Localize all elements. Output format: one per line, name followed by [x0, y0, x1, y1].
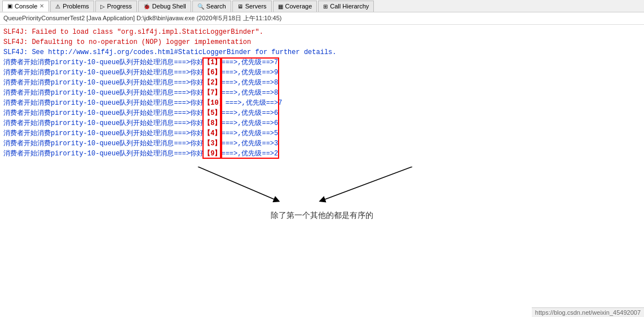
- consumer-line-6: 消费者开始消费pirority-10-queue队列开始处理消息===>你好【8…: [3, 118, 641, 128]
- consumer-line-2: 消费者开始消费pirority-10-queue队列开始处理消息===>你好【2…: [3, 78, 641, 88]
- consumer-line-0: 消费者开始消费pirority-10-queue队列开始处理消息===>你好【1…: [3, 57, 641, 68]
- svg-line-1: [322, 167, 412, 200]
- progress-icon: ▷: [100, 3, 105, 10]
- slf4j-line-2: SLF4J: Defaulting to no-operation (NOP) …: [3, 37, 641, 47]
- tab-problems-label: Problems: [63, 3, 89, 10]
- tab-servers-label: Servers: [245, 3, 267, 10]
- search-icon: 🔍: [197, 3, 204, 10]
- console-icon: ▣: [7, 3, 12, 9]
- console-area: SLF4J: Failed to load class "org.slf4j.i…: [0, 25, 644, 161]
- slf4j-line-3: SLF4J: See http://www.slf4j.org/codes.ht…: [3, 47, 641, 57]
- tab-bar: ▣ Console ✕ ⚠ Problems ▷ Progress 🐞 Debu…: [0, 0, 644, 12]
- problems-icon: ⚠: [55, 3, 60, 10]
- tab-hierarchy-label: Call Hierarchy: [330, 3, 369, 10]
- tab-search-label: Search: [206, 3, 226, 10]
- consumer-line-5: 消费者开始消费pirority-10-queue队列开始处理消息===>你好【5…: [3, 108, 641, 118]
- consumer-lines: 消费者开始消费pirority-10-queue队列开始处理消息===>你好【1…: [3, 57, 641, 159]
- consumer-line-8: 消费者开始消费pirority-10-queue队列开始处理消息===>你好【3…: [3, 139, 641, 149]
- consumer-line-9: 消费者开始消费pirority-10-queue队列开始处理消息===>你好【9…: [3, 149, 641, 159]
- consumer-line-4: 消费者开始消费pirority-10-queue队列开始处理消息===>你好【1…: [3, 98, 641, 108]
- annotation-arrows: [153, 167, 491, 206]
- consumer-line-1: 消费者开始消费pirority-10-queue队列开始处理消息===>你好【6…: [3, 68, 641, 78]
- tab-problems[interactable]: ⚠ Problems: [50, 1, 94, 12]
- hierarchy-icon: ⊞: [323, 3, 328, 10]
- tab-console-label: Console: [15, 3, 37, 10]
- slf4j-line-1: SLF4J: Failed to load class "org.slf4j.i…: [3, 27, 641, 37]
- tab-debug-shell[interactable]: 🐞 Debug Shell: [138, 1, 191, 12]
- tab-progress-label: Progress: [107, 3, 132, 10]
- consumer-line-3: 消费者开始消费pirority-10-queue队列开始处理消息===>你好【7…: [3, 88, 641, 98]
- app-title: QueuePriorityConsumerTest2 [Java Applica…: [3, 15, 281, 21]
- tab-console[interactable]: ▣ Console ✕: [2, 1, 49, 12]
- url-text: https://blog.csdn.net/weixin_45492007: [535, 309, 641, 316]
- consumer-line-7: 消费者开始消费pirority-10-queue队列开始处理消息===>你好【4…: [3, 128, 641, 139]
- coverage-icon: ▦: [278, 3, 283, 10]
- annotation-area: 除了第一个其他的都是有序的: [0, 167, 644, 223]
- tab-servers[interactable]: 🖥 Servers: [232, 1, 272, 12]
- tab-progress[interactable]: ▷ Progress: [95, 1, 137, 12]
- tab-coverage[interactable]: ▦ Coverage: [273, 1, 317, 12]
- servers-icon: 🖥: [237, 3, 243, 10]
- title-bar: QueuePriorityConsumerTest2 [Java Applica…: [0, 12, 644, 25]
- tab-search[interactable]: 🔍 Search: [192, 1, 231, 12]
- console-wrapper: SLF4J: Failed to load class "org.slf4j.i…: [0, 25, 644, 223]
- annotation-text: 除了第一个其他的都是有序的: [0, 211, 644, 221]
- tab-call-hierarchy[interactable]: ⊞ Call Hierarchy: [318, 1, 374, 12]
- tab-debug-label: Debug Shell: [152, 3, 186, 10]
- debug-icon: 🐞: [143, 3, 150, 10]
- tab-console-close[interactable]: ✕: [39, 3, 44, 9]
- url-bar: https://blog.csdn.net/weixin_45492007: [532, 307, 644, 317]
- tab-coverage-label: Coverage: [285, 3, 312, 10]
- svg-line-0: [198, 167, 277, 200]
